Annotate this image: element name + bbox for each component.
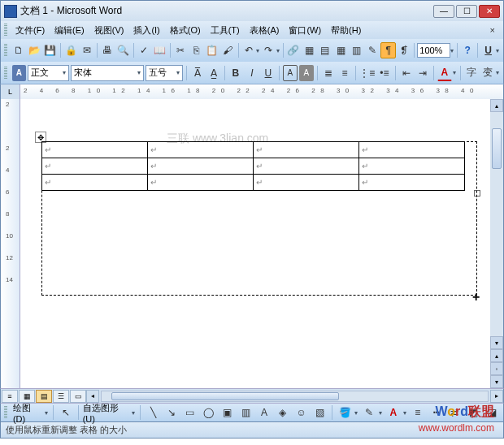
cut-icon[interactable]: ✂ — [173, 42, 188, 58]
table-resize-handle-right[interactable] — [474, 190, 480, 197]
line-icon[interactable]: ╲ — [145, 404, 161, 421]
line-style-icon[interactable]: ≡ — [410, 404, 426, 421]
spelling-icon[interactable]: ✓ — [137, 42, 151, 58]
draw-menu[interactable]: 绘图(D) — [13, 402, 43, 424]
drawing-toggle-icon[interactable]: ✎ — [365, 42, 380, 58]
font-color-draw-icon[interactable]: A — [385, 404, 402, 421]
picture-icon[interactable]: ▧ — [312, 404, 328, 421]
copy-icon[interactable]: ⎘ — [189, 42, 203, 58]
hscroll-right-icon[interactable]: ▸ — [490, 390, 503, 403]
toolbar-grip[interactable] — [4, 67, 7, 80]
arrow-style-icon[interactable]: ⇄ — [446, 404, 463, 421]
menu-insert[interactable]: 插入(I) — [128, 23, 164, 38]
style-combo[interactable]: 正文▾ — [28, 65, 69, 81]
undo-icon[interactable]: ↶ — [241, 42, 256, 58]
save-icon[interactable]: 💾 — [43, 42, 58, 58]
vertical-textbox-icon[interactable]: ▥ — [237, 404, 254, 421]
clipart-icon[interactable]: ☺ — [293, 404, 310, 421]
align-distribute-icon[interactable]: ≣ — [321, 65, 336, 81]
rectangle-icon[interactable]: ▭ — [182, 404, 198, 421]
outline-view-icon[interactable]: ☰ — [53, 390, 69, 403]
reading-view-icon[interactable]: ▭ — [70, 390, 86, 403]
underline-quick-icon[interactable]: U — [480, 42, 495, 58]
wordart-icon[interactable]: A — [256, 404, 272, 421]
arrow-icon[interactable]: ↘ — [163, 404, 180, 421]
asian-layout-icon[interactable]: 变 — [480, 65, 495, 81]
shadow-icon[interactable]: ◩ — [465, 404, 481, 421]
format-painter-icon[interactable]: 🖌 — [220, 42, 235, 58]
print-icon[interactable]: 🖶 — [100, 42, 115, 58]
bold-icon[interactable]: B — [228, 65, 243, 81]
scroll-up-icon[interactable]: ▴ — [490, 99, 503, 112]
menu-format[interactable]: 格式(O) — [165, 23, 206, 38]
dash-style-icon[interactable]: ┅ — [428, 404, 445, 421]
horizontal-ruler[interactable]: 2 4 6 8 10 12 14 16 18 20 22 24 26 28 30… — [20, 84, 503, 99]
menu-tools[interactable]: 工具(T) — [206, 23, 245, 38]
web-view-icon[interactable]: ▦ — [19, 390, 35, 403]
menubar-close-icon[interactable]: × — [485, 25, 500, 35]
scroll-thumb[interactable] — [492, 128, 502, 169]
font-size-combo[interactable]: 五号▾ — [146, 65, 182, 81]
word-table[interactable]: ↵↵↵↵ ↵↵↵↵ ↵↵↵↵ — [41, 141, 465, 191]
menu-edit[interactable]: 编辑(E) — [50, 23, 89, 38]
zoom-combo[interactable]: 100% — [417, 43, 450, 58]
print-layout-view-icon[interactable]: ▤ — [36, 390, 52, 403]
shrink-font-icon[interactable]: A̲ — [206, 65, 221, 81]
prev-page-icon[interactable]: ▴ — [490, 349, 503, 362]
paste-icon[interactable]: 📋 — [205, 42, 219, 58]
show-hide-icon[interactable]: ❡ — [397, 42, 411, 58]
minimize-button[interactable]: — — [433, 5, 454, 18]
open-icon[interactable]: 📂 — [27, 42, 41, 58]
zoom-dropdown[interactable]: ▾ — [450, 47, 454, 54]
excel-icon[interactable]: ▦ — [333, 42, 348, 58]
oval-icon[interactable]: ◯ — [201, 404, 217, 421]
vertical-scrollbar[interactable]: ▴ ▾ ▴ ◦ ▾ — [490, 99, 503, 388]
help-icon[interactable]: ? — [460, 42, 475, 58]
document-map-icon[interactable]: ¶ — [380, 42, 395, 58]
tab-selector[interactable]: L — [1, 84, 20, 99]
browse-object-icon[interactable]: ◦ — [490, 362, 503, 375]
underline-icon[interactable]: U — [261, 65, 276, 81]
menu-view[interactable]: 视图(V) — [89, 23, 129, 38]
bullet-list-icon[interactable]: •≡ — [377, 65, 392, 81]
align-left-icon[interactable]: ≡ — [337, 65, 352, 81]
research-icon[interactable]: 📖 — [152, 42, 167, 58]
menu-table[interactable]: 表格(A) — [245, 23, 285, 38]
maximize-button[interactable]: ☐ — [456, 5, 477, 18]
decrease-indent-icon[interactable]: ⇤ — [399, 65, 414, 81]
phonetic-guide-icon[interactable]: 字 — [464, 65, 479, 81]
redo-icon[interactable]: ↷ — [261, 42, 276, 58]
close-button[interactable]: ✕ — [479, 5, 500, 18]
normal-view-icon[interactable]: ≡ — [2, 390, 18, 403]
font-color-icon[interactable]: A — [437, 65, 452, 81]
diagram-icon[interactable]: ◈ — [275, 404, 291, 421]
columns-icon[interactable]: ▥ — [349, 42, 363, 58]
toolbar-grip[interactable] — [4, 44, 7, 57]
styles-pane-icon[interactable]: A — [12, 65, 27, 81]
vertical-ruler[interactable]: 22468101214 — [1, 99, 20, 388]
hscroll-thumb[interactable] — [111, 392, 339, 400]
toolbar-grip[interactable] — [4, 406, 7, 419]
hscroll-left-icon[interactable]: ◂ — [86, 390, 99, 403]
permission-icon[interactable]: 🔒 — [63, 42, 78, 58]
tables-borders-icon[interactable]: ▦ — [302, 42, 316, 58]
textbox-icon[interactable]: ▣ — [219, 404, 236, 421]
font-combo[interactable]: 宋体▾ — [71, 65, 144, 81]
toolbar-grip[interactable] — [4, 24, 7, 37]
scroll-down-icon[interactable]: ▾ — [490, 336, 503, 349]
italic-icon[interactable]: I — [245, 65, 259, 81]
select-objects-icon[interactable]: ↖ — [58, 404, 74, 421]
redo-dropdown[interactable]: ▾ — [276, 47, 280, 54]
menu-file[interactable]: 文件(F) — [11, 23, 50, 38]
increase-indent-icon[interactable]: ⇥ — [415, 65, 430, 81]
line-color-icon[interactable]: ✎ — [361, 404, 377, 421]
new-doc-icon[interactable]: 🗋 — [11, 42, 26, 58]
grow-font-icon[interactable]: A̅ — [190, 65, 205, 81]
hyperlink-icon[interactable]: 🔗 — [285, 42, 300, 58]
autoshapes-menu[interactable]: 自选图形(U) — [83, 402, 131, 424]
print-preview-icon[interactable]: 🔍 — [115, 42, 130, 58]
horizontal-scrollbar[interactable] — [101, 391, 489, 402]
char-shading-icon[interactable]: A — [299, 65, 314, 81]
char-border-icon[interactable]: A — [283, 65, 298, 81]
undo-dropdown[interactable]: ▾ — [255, 47, 260, 54]
